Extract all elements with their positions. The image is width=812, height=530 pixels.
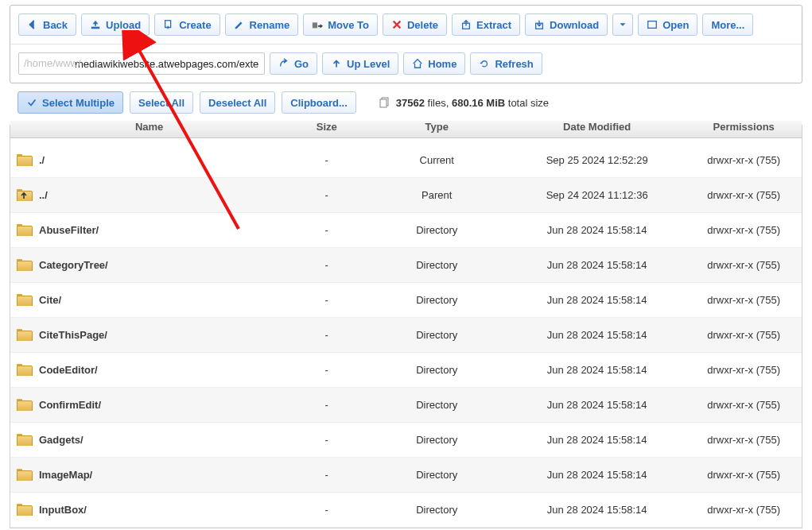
file-count: 37562: [396, 97, 425, 109]
refresh-icon: [479, 58, 490, 69]
rename-button[interactable]: Rename: [225, 14, 299, 36]
go-icon: [278, 58, 289, 69]
folder-icon: [17, 504, 31, 516]
uplevel-label: Up Level: [347, 58, 390, 70]
file-permissions: drwxr-xr-x (755): [686, 329, 802, 341]
file-size: -: [288, 329, 365, 341]
file-size: -: [288, 224, 365, 236]
home-icon: [412, 58, 423, 69]
home-button[interactable]: Home: [403, 52, 465, 75]
file-permissions: drwxr-xr-x (755): [686, 364, 802, 376]
clipboard-button[interactable]: Clipboard...: [282, 91, 356, 114]
select-multiple-label: Select Multiple: [42, 97, 115, 109]
col-permissions[interactable]: Permissions: [686, 121, 802, 137]
file-table: Name Size Type Date Modified Permissions…: [10, 125, 802, 528]
file-name: AbuseFilter/: [39, 224, 99, 236]
file-size: -: [288, 294, 365, 306]
select-all-label: Select All: [138, 97, 185, 109]
extract-button[interactable]: Extract: [452, 14, 520, 36]
table-row[interactable]: AbuseFilter/-DirectoryJun 28 2024 15:58:…: [10, 213, 802, 248]
table-body: ./-CurrentSep 25 2024 12:52:29drwxr-xr-x…: [10, 143, 802, 528]
moveto-icon: [312, 19, 323, 30]
file-permissions: drwxr-xr-x (755): [686, 189, 802, 201]
file-type: Parent: [365, 189, 508, 201]
create-button[interactable]: Create: [154, 14, 220, 36]
file-permissions: drwxr-xr-x (755): [686, 154, 802, 166]
upload-icon: [90, 19, 101, 30]
file-size: -: [288, 399, 365, 411]
table-row[interactable]: Gadgets/-DirectoryJun 28 2024 15:58:14dr…: [10, 423, 802, 458]
documents-icon: [379, 96, 391, 109]
file-modified: Jun 28 2024 15:58:14: [508, 434, 686, 446]
arrow-left-icon: [27, 19, 38, 30]
rename-icon: [234, 19, 245, 30]
control-panel: Back Upload Create Rename Move To Delete…: [10, 5, 802, 83]
file-name: ./: [39, 154, 45, 166]
path-toolbar: /home/www/ Go Up Level Home Refresh: [10, 44, 802, 83]
table-header: Name Size Type Date Modified Permissions: [10, 121, 802, 138]
folder-icon: [17, 294, 31, 306]
folder-icon: [17, 329, 31, 341]
download-label: Download: [550, 19, 599, 31]
file-name: CodeEditor/: [39, 364, 98, 376]
upload-label: Upload: [106, 19, 141, 31]
download-more-button[interactable]: [612, 14, 633, 36]
svg-rect-2: [313, 22, 317, 28]
status-summary: 37562 files, 680.16 MiB total size: [379, 96, 549, 109]
file-modified: Jun 28 2024 15:58:14: [508, 329, 686, 341]
table-row[interactable]: ImageMap/-DirectoryJun 28 2024 15:58:14d…: [10, 458, 802, 493]
go-button[interactable]: Go: [270, 52, 317, 75]
svg-rect-7: [380, 99, 387, 107]
file-modified: Jun 28 2024 15:58:14: [508, 364, 686, 376]
col-name[interactable]: Name: [10, 121, 288, 137]
files-word: files,: [428, 97, 449, 109]
file-type: Directory: [365, 364, 508, 376]
deselect-all-button[interactable]: Deselect All: [200, 91, 275, 114]
table-row[interactable]: Cite/-DirectoryJun 28 2024 15:58:14drwxr…: [10, 283, 802, 318]
upload-button[interactable]: Upload: [81, 14, 150, 36]
folder-icon: [17, 434, 31, 446]
file-modified: Jun 28 2024 15:58:14: [508, 224, 686, 236]
open-button[interactable]: Open: [638, 14, 697, 36]
table-row[interactable]: CodeEditor/-DirectoryJun 28 2024 15:58:1…: [10, 353, 802, 388]
file-permissions: drwxr-xr-x (755): [686, 504, 802, 516]
file-modified: Jun 28 2024 15:58:14: [508, 504, 686, 516]
file-permissions: drwxr-xr-x (755): [686, 399, 802, 411]
main-toolbar: Back Upload Create Rename Move To Delete…: [10, 6, 802, 44]
table-row[interactable]: ConfirmEdit/-DirectoryJun 28 2024 15:58:…: [10, 388, 802, 423]
back-button[interactable]: Back: [18, 14, 76, 36]
deselect-all-label: Deselect All: [208, 97, 266, 109]
table-row[interactable]: ../-ParentSep 24 2024 11:12:36drwxr-xr-x…: [10, 178, 802, 213]
moveto-button[interactable]: Move To: [303, 14, 378, 36]
file-type: Directory: [365, 294, 508, 306]
file-name: CiteThisPage/: [39, 329, 107, 341]
create-label: Create: [179, 19, 211, 31]
moveto-label: Move To: [328, 19, 369, 31]
file-type: Current: [365, 154, 508, 166]
table-row[interactable]: InputBox/-DirectoryJun 28 2024 15:58:14d…: [10, 493, 802, 528]
download-button[interactable]: Download: [525, 14, 608, 36]
file-name: CategoryTree/: [39, 259, 108, 271]
col-size[interactable]: Size: [288, 121, 365, 137]
file-size: -: [288, 364, 365, 376]
refresh-button[interactable]: Refresh: [470, 52, 542, 75]
col-modified[interactable]: Date Modified: [508, 121, 686, 137]
table-row[interactable]: ./-CurrentSep 25 2024 12:52:29drwxr-xr-x…: [10, 143, 802, 178]
col-type[interactable]: Type: [365, 121, 508, 137]
folder-icon: [17, 364, 31, 376]
uplevel-button[interactable]: Up Level: [322, 52, 398, 75]
file-size: -: [288, 434, 365, 446]
file-modified: Sep 24 2024 11:12:36: [508, 189, 686, 201]
file-type: Directory: [365, 329, 508, 341]
more-button[interactable]: More...: [702, 14, 753, 36]
select-all-button[interactable]: Select All: [130, 91, 193, 114]
delete-button[interactable]: Delete: [383, 14, 447, 36]
path-input[interactable]: [18, 52, 265, 75]
check-icon: [26, 97, 37, 108]
table-row[interactable]: CategoryTree/-DirectoryJun 28 2024 15:58…: [10, 248, 802, 283]
refresh-label: Refresh: [495, 58, 533, 70]
svg-rect-0: [91, 27, 100, 29]
table-row[interactable]: CiteThisPage/-DirectoryJun 28 2024 15:58…: [10, 318, 802, 353]
select-multiple-button[interactable]: Select Multiple: [17, 91, 123, 114]
total-size-value: 680.16 MiB: [452, 97, 505, 109]
